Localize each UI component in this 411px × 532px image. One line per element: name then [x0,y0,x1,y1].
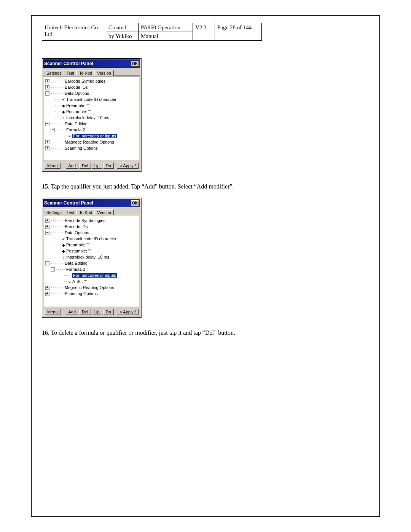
expand-icon[interactable]: + [45,85,49,89]
expand-icon[interactable]: + [45,219,49,223]
diamond-icon: ◆ [62,249,65,253]
tree-item[interactable]: Data Editing [65,121,88,126]
approx-icon: ≈ [68,134,72,138]
tab-test[interactable]: Test [64,209,77,215]
tree-item[interactable]: Formula 2 [66,128,85,132]
window-title: Scanner Control Panel [44,200,93,206]
tree-item[interactable]: Barcode IDs [65,224,88,229]
tree-item-selected[interactable]: For: barcodes or inputs [72,134,117,138]
tree-item[interactable]: Scanning Options [65,146,98,150]
ok-button[interactable]: OK [131,200,139,206]
tree-item[interactable]: Formula 2 [66,267,85,272]
hdr-page: Page 28 of 144 [215,23,262,41]
tab-test[interactable]: Test [64,70,77,76]
tab-to-kpd[interactable]: To Kpd [76,70,95,76]
tab-settings[interactable]: Settings [44,70,64,76]
diamond-icon: ◆ [62,110,65,114]
hdr-version: V2.3 [193,23,215,41]
diamond-icon: ◆ [62,104,65,108]
hdr-doc-l1: PA960 Operation [139,23,193,32]
dn-button[interactable]: Dn [103,309,114,315]
expand-icon[interactable]: + [45,292,49,296]
document-header: Unitech Electronics Co., Ltd Created PA9… [42,23,262,41]
tree-item[interactable]: Barcode Symbologies [65,79,105,83]
settings-tree[interactable]: +···········Barcode Symbologies +·······… [44,216,139,307]
expand-icon[interactable]: + [45,140,49,144]
tree-item-selected[interactable]: For: barcodes or inputs [72,273,117,278]
tab-bar: Settings Test To Kpd Version [43,69,140,76]
dn-button[interactable]: Dn [103,163,114,169]
add-button[interactable]: Add [66,309,79,315]
window-titlebar: Scanner Control Panel OK [43,199,140,207]
tree-item[interactable]: Transmit code ID character [66,236,116,241]
scanner-control-panel-screenshot-2: Scanner Control Panel OK Settings Test T… [42,198,142,318]
expand-icon[interactable]: + [45,225,49,229]
menu-button[interactable]: Menu [45,309,61,315]
hdr-created-l1: Created [106,23,139,32]
double-left-icon: « [68,280,72,284]
tree-item[interactable]: Scanning Options [65,291,98,296]
tree-item[interactable]: Postamble: "" [66,249,91,253]
apply-button[interactable]: > Apply ! [117,163,139,169]
down-arrow-icon: ↓ [62,255,65,259]
collapse-icon[interactable]: − [51,267,55,272]
tree-item[interactable]: Postamble: "" [66,109,91,114]
up-button[interactable]: Up [92,163,102,169]
button-bar: Menu Add Del Up Dn > Apply ! [43,307,140,316]
add-button[interactable]: Add [66,163,79,169]
expand-icon[interactable]: + [45,146,49,150]
expand-icon[interactable]: + [45,79,49,83]
tree-item[interactable]: Barcode IDs [65,85,88,89]
check-icon: ✔ [62,237,65,241]
check-icon: ✔ [62,97,65,102]
tab-bar: Settings Test To Kpd Version [43,208,140,215]
collapse-icon[interactable]: − [45,261,49,265]
tab-settings[interactable]: Settings [44,209,64,215]
up-button[interactable]: Up [92,309,102,315]
tree-item[interactable]: Interblock delay: 10 ms [66,115,109,120]
window-titlebar: Scanner Control Panel OK [43,59,140,68]
tree-item[interactable]: Magnetic Reading Options [65,140,114,144]
approx-icon: ≈ [68,273,72,278]
tree-item[interactable]: A-Str: "" [72,279,87,284]
del-button[interactable]: Del [79,309,91,315]
tree-item[interactable]: Transmit code ID character [66,97,116,102]
tab-to-kpd[interactable]: To Kpd [76,209,95,215]
tree-item[interactable]: Magnetic Reading Options [65,285,114,290]
collapse-icon[interactable]: − [45,122,49,126]
hdr-doc-l2: Manual [139,32,193,41]
collapse-icon[interactable]: − [45,231,49,235]
tree-item[interactable]: Preamble: "" [66,103,89,108]
apply-button[interactable]: > Apply ! [117,309,139,315]
collapse-icon[interactable]: − [45,91,49,96]
tree-item[interactable]: Interblock delay: 10 ms [66,255,109,259]
window-title: Scanner Control Panel [44,61,93,66]
tree-item[interactable]: Data Options [65,230,89,235]
collapse-icon[interactable]: − [51,128,55,132]
tree-item[interactable]: Data Editing [65,261,88,265]
tab-version[interactable]: Version [94,70,114,76]
expand-icon[interactable]: + [45,286,49,290]
menu-button[interactable]: Menu [45,163,61,169]
tree-item[interactable]: Barcode Symbologies [65,218,105,223]
button-bar: Menu Add Del Up Dn > Apply ! [43,161,140,170]
settings-tree[interactable]: +···········Barcode Symbologies +·······… [44,77,139,160]
ok-button[interactable]: OK [131,61,139,67]
diamond-icon: ◆ [62,243,65,247]
down-arrow-icon: ↓ [62,116,65,120]
scanner-control-panel-screenshot-1: Scanner Control Panel OK Settings Test T… [42,58,142,172]
hdr-company: Unitech Electronics Co., Ltd [42,23,106,41]
tab-version[interactable]: Version [94,209,114,215]
tree-item[interactable]: Preamble: "" [66,243,89,247]
hdr-created-l2: by Yukiko [106,32,139,41]
tree-item[interactable]: Data Options [65,91,89,96]
step-15-text: 15. Tap the qualifier you just added. Ta… [42,183,373,190]
step-16-text: 16. To delete a formula or qualifier or … [42,329,373,336]
del-button[interactable]: Del [79,163,91,169]
